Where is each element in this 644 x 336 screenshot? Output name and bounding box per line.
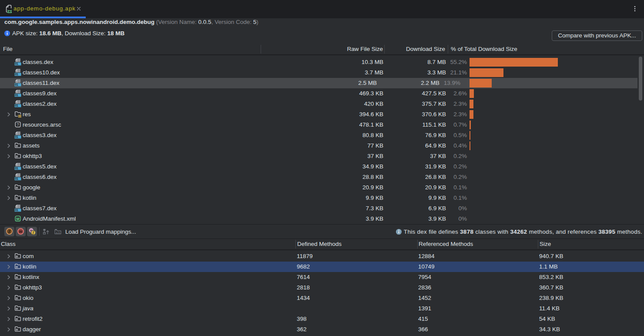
svg-text:01: 01 <box>15 208 18 212</box>
svg-text:01: 01 <box>15 83 18 86</box>
svg-text:01: 01 <box>15 177 18 180</box>
svg-text:01: 01 <box>15 104 18 107</box>
svg-text:01: 01 <box>15 94 18 97</box>
svg-text:01: 01 <box>15 62 18 65</box>
svg-text:?: ? <box>17 122 19 127</box>
svg-text:01: 01 <box>15 167 18 170</box>
svg-text:M: M <box>16 217 19 221</box>
svg-text:m: m <box>19 229 23 234</box>
svg-text:a.b: a.b <box>56 231 60 234</box>
svg-text:01: 01 <box>15 73 18 76</box>
svg-text:01: 01 <box>15 135 18 138</box>
